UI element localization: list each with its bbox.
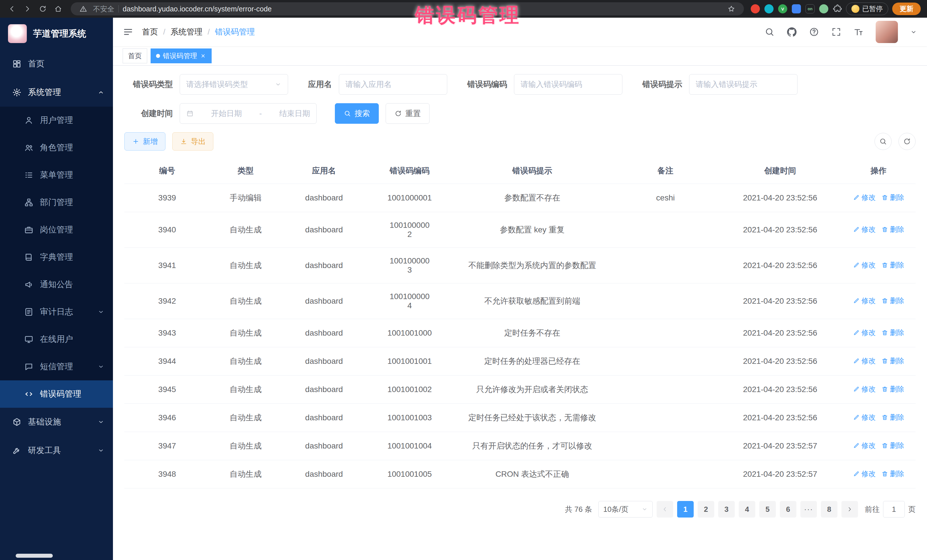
view-tab-错误码管理[interactable]: 错误码管理 xyxy=(150,49,212,63)
edit-link[interactable]: 修改 xyxy=(853,260,876,270)
delete-link[interactable]: 删除 xyxy=(881,296,904,305)
cell-remark xyxy=(612,284,719,319)
extension-icon[interactable] xyxy=(792,4,801,14)
edit-link[interactable]: 修改 xyxy=(853,328,876,337)
extension-icon[interactable] xyxy=(819,4,828,14)
sidebar-item-通知公告[interactable]: 通知公告 xyxy=(0,271,113,298)
error-hint-input[interactable] xyxy=(696,80,791,89)
browser-update-button[interactable]: 更新 xyxy=(892,3,921,15)
sidebar-item-短信管理[interactable]: 短信管理 xyxy=(0,353,113,380)
sidebar-item-审计日志[interactable]: 审计日志 xyxy=(0,298,113,326)
more-pages-button[interactable]: ··· xyxy=(800,501,817,518)
sidebar-item-部门管理[interactable]: 部门管理 xyxy=(0,189,113,216)
delete-link[interactable]: 删除 xyxy=(881,225,904,234)
sidebar-item-在线用户[interactable]: 在线用户 xyxy=(0,326,113,353)
prev-page-button[interactable] xyxy=(656,501,673,518)
page-number-button[interactable]: 3 xyxy=(718,501,735,518)
app-logo[interactable]: 芋道管理系统 xyxy=(0,18,113,50)
next-page-button[interactable] xyxy=(842,501,858,518)
page-size-select[interactable]: 10条/页 xyxy=(599,501,653,518)
extension-icon[interactable]: V xyxy=(778,4,787,14)
page-number-button[interactable]: 6 xyxy=(780,501,796,518)
github-icon[interactable] xyxy=(787,27,797,37)
breadcrumb-item[interactable]: 首页 xyxy=(142,27,158,37)
bookmark-star-icon[interactable] xyxy=(726,3,737,15)
edit-link[interactable]: 修改 xyxy=(853,193,876,202)
page-number-button[interactable]: 2 xyxy=(698,501,714,518)
goto-page-input[interactable] xyxy=(883,501,905,518)
edit-link[interactable]: 修改 xyxy=(853,225,876,234)
browser-forward-button[interactable] xyxy=(22,3,33,15)
delete-link-label: 删除 xyxy=(890,413,904,422)
sidebar-item-用户管理[interactable]: 用户管理 xyxy=(0,107,113,134)
page-number-button[interactable]: 4 xyxy=(739,501,755,518)
error-code-input[interactable] xyxy=(521,80,616,89)
address-bar[interactable]: 不安全 dashboard.yudao.iocoder.cn/system/er… xyxy=(71,2,744,15)
delete-icon xyxy=(881,226,888,233)
sidebar-item-菜单管理[interactable]: 菜单管理 xyxy=(0,161,113,189)
sidebar-item-系统管理[interactable]: 系统管理 xyxy=(0,78,113,107)
search-button[interactable]: 搜索 xyxy=(335,103,379,124)
add-button[interactable]: 新增 xyxy=(125,132,166,150)
caret-down-icon[interactable] xyxy=(910,28,917,36)
avatar[interactable] xyxy=(876,21,898,43)
error-type-select[interactable]: 请选择错误码类型 xyxy=(180,74,288,95)
help-icon[interactable] xyxy=(809,27,819,37)
cell-code: 1001001005 xyxy=(367,460,452,489)
browser-reload-button[interactable] xyxy=(37,3,49,15)
page-number-button[interactable]: 5 xyxy=(759,501,776,518)
edit-link[interactable]: 修改 xyxy=(853,441,876,450)
edit-link[interactable]: 修改 xyxy=(853,413,876,422)
delete-link[interactable]: 删除 xyxy=(881,441,904,450)
sidebar-item-岗位管理[interactable]: 岗位管理 xyxy=(0,216,113,243)
breadcrumb-item[interactable]: 系统管理 xyxy=(170,27,202,37)
sidebar-item-label: 角色管理 xyxy=(40,142,73,153)
edit-link[interactable]: 修改 xyxy=(853,296,876,305)
page-number-button[interactable]: 8 xyxy=(821,501,837,518)
sidebar-item-基础设施[interactable]: 基础设施 xyxy=(0,408,113,436)
browser-home-button[interactable] xyxy=(53,3,64,15)
browser-back-button[interactable] xyxy=(6,3,18,15)
fullscreen-icon[interactable] xyxy=(831,27,842,37)
date-range-picker[interactable]: 开始日期 - 结束日期 xyxy=(180,103,317,124)
extension-icon[interactable] xyxy=(764,4,774,14)
delete-link[interactable]: 删除 xyxy=(881,413,904,422)
toggle-search-button[interactable] xyxy=(874,133,892,150)
cell-hint: 只有开启状态的任务，才可以修改 xyxy=(452,432,612,460)
edit-link[interactable]: 修改 xyxy=(853,469,876,478)
sidebar-item-错误码管理[interactable]: 错误码管理 xyxy=(0,380,113,408)
view-tab-首页[interactable]: 首页 xyxy=(123,49,147,63)
refresh-table-button[interactable] xyxy=(898,133,916,150)
edit-link[interactable]: 修改 xyxy=(853,384,876,394)
scrollbar-thumb[interactable] xyxy=(16,554,53,558)
delete-link[interactable]: 删除 xyxy=(881,260,904,270)
delete-link[interactable]: 删除 xyxy=(881,384,904,394)
sidebar-item-研发工具[interactable]: 研发工具 xyxy=(0,436,113,465)
sidebar-item-首页[interactable]: 首页 xyxy=(0,50,113,78)
extension-icon[interactable] xyxy=(751,4,760,14)
hamburger-icon[interactable] xyxy=(123,27,134,37)
delete-link[interactable]: 删除 xyxy=(881,356,904,366)
delete-link[interactable]: 删除 xyxy=(881,328,904,337)
breadcrumb-separator: / xyxy=(208,27,210,36)
reset-button[interactable]: 重置 xyxy=(386,103,430,124)
edit-link[interactable]: 修改 xyxy=(853,356,876,366)
filter-row: 创建时间 开始日期 - 结束日期 搜索 重置 xyxy=(125,103,916,124)
extensions-puzzle-icon[interactable] xyxy=(833,4,842,14)
edit-icon xyxy=(853,226,860,233)
paused-badge[interactable]: 已暂停 xyxy=(846,3,888,15)
app-name-input[interactable] xyxy=(345,80,441,89)
sidebar-item-label: 错误码管理 xyxy=(40,389,81,400)
tab-close-icon[interactable] xyxy=(200,53,206,59)
delete-link[interactable]: 删除 xyxy=(881,193,904,202)
export-button[interactable]: 导出 xyxy=(172,132,213,150)
sidebar-item-角色管理[interactable]: 角色管理 xyxy=(0,134,113,161)
toolbar-right xyxy=(874,133,916,150)
search-icon[interactable] xyxy=(764,27,775,37)
extension-on-icon[interactable]: on xyxy=(805,4,815,14)
sidebar-item-字典管理[interactable]: 字典管理 xyxy=(0,243,113,271)
delete-link[interactable]: 删除 xyxy=(881,469,904,478)
page-number-button[interactable]: 1 xyxy=(677,501,694,518)
paused-badge-label: 已暂停 xyxy=(862,4,883,14)
font-size-icon[interactable] xyxy=(853,27,864,37)
